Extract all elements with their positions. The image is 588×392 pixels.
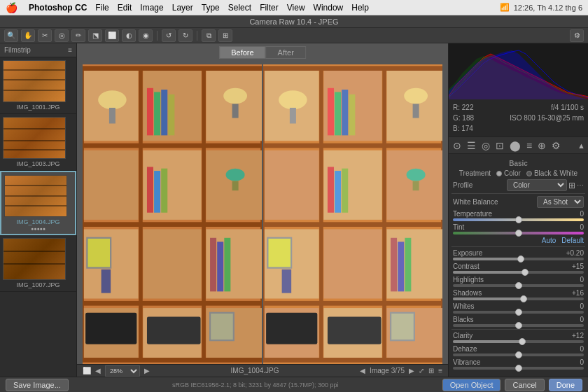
clarity-label: Clarity [453, 332, 472, 340]
dehaze-thumb[interactable] [515, 351, 522, 358]
canvas-area: Before After [77, 43, 448, 377]
menu-view[interactable]: View [287, 3, 305, 13]
menu-window[interactable]: Window [314, 3, 344, 13]
highlights-thumb[interactable] [515, 282, 522, 289]
before-button[interactable]: Before [219, 46, 265, 59]
temperature-thumb[interactable] [515, 216, 522, 223]
exposure-track[interactable] [453, 258, 584, 260]
whites-track[interactable] [453, 311, 584, 314]
menu-type[interactable]: Type [202, 3, 220, 13]
menu-edit[interactable]: Edit [118, 3, 132, 13]
menu-file[interactable]: File [95, 3, 108, 13]
contrast-thumb[interactable] [522, 269, 528, 276]
apple-menu[interactable]: 🍎 [6, 2, 18, 13]
profile-options[interactable]: ⋯ [577, 181, 584, 189]
panel-tool-8[interactable]: ⚙ [550, 140, 562, 151]
menu-layer[interactable]: Layer [172, 3, 193, 13]
tint-track[interactable] [453, 232, 584, 234]
dehaze-track[interactable] [453, 354, 584, 356]
menu-image[interactable]: Image [140, 3, 163, 13]
nav-back[interactable]: ◀ [95, 367, 101, 374]
settings-icon[interactable]: ⚙ [570, 29, 584, 42]
menu-select[interactable]: Select [228, 3, 251, 13]
blacks-track[interactable] [453, 324, 584, 327]
zoom-tool[interactable]: 🔍 [4, 29, 18, 42]
filmstrip-header: Filmstrip ≡ [0, 43, 76, 57]
heal-tool[interactable]: ◎ [55, 29, 69, 42]
nav-prev-image[interactable]: ◀ [360, 367, 365, 374]
menu-help[interactable]: Help [351, 3, 369, 13]
exposure-row: Exposure +0.20 [453, 249, 584, 260]
panel-tool-7[interactable]: ⊕ [536, 140, 547, 151]
svg-rect-5 [83, 144, 262, 148]
default-button[interactable]: Default [561, 237, 584, 244]
grad-tool[interactable]: ◐ [122, 29, 136, 42]
contrast-track[interactable] [453, 271, 584, 274]
radial-tool[interactable]: ◉ [139, 29, 153, 42]
tint-thumb[interactable] [515, 230, 522, 237]
svg-rect-15 [143, 229, 201, 298]
panel-tool-3[interactable]: ◎ [480, 140, 491, 151]
profile-browse[interactable]: ⊞ [568, 181, 575, 190]
rotate-right[interactable]: ↻ [178, 29, 192, 42]
save-image-button[interactable]: Save Image... [6, 379, 69, 391]
zoom-selector[interactable]: 28%50%100% [105, 365, 140, 377]
menu-filter[interactable]: Filter [260, 3, 279, 13]
panel-collapse[interactable]: ▲ [578, 141, 585, 150]
nav-next-image[interactable]: ▶ [409, 367, 414, 374]
app-name[interactable]: Photoshop CC [29, 3, 87, 13]
temperature-track[interactable] [453, 218, 584, 221]
panel-tool-2[interactable]: ☰ [465, 140, 477, 151]
whites-thumb[interactable] [515, 309, 522, 316]
rotate-left[interactable]: ↺ [162, 29, 176, 42]
cancel-button[interactable]: Cancel [505, 379, 544, 391]
filmstrip-item-2[interactable]: IMG_1003.JPG [0, 114, 76, 171]
profile-select[interactable]: Color Adobe Color [507, 179, 567, 191]
shadows-track[interactable] [453, 298, 584, 300]
shadows-thumb[interactable] [520, 295, 527, 302]
hand-tool[interactable]: ✋ [21, 29, 35, 42]
exposure-thumb[interactable] [517, 255, 524, 262]
filmstrip-item-1[interactable]: IMG_1001.JPG [0, 57, 76, 114]
filmstrip-item-3[interactable]: IMG_1004.JPG ●●●●● [0, 171, 76, 235]
wb-select[interactable]: As ShotAutoDaylight [537, 196, 584, 208]
panel-tool-5[interactable]: ⬤ [508, 140, 522, 151]
panel-tool-6[interactable]: ≡ [525, 140, 533, 151]
vibrance-thumb[interactable] [515, 365, 522, 372]
grid-icon[interactable]: ⊞ [428, 367, 434, 374]
contrast-header: Contrast +15 [453, 262, 584, 270]
more-icon[interactable]: ≡ [438, 367, 442, 374]
auto-button[interactable]: Auto [542, 237, 556, 244]
brush-tool[interactable]: ✏ [71, 29, 85, 42]
filmstrip-toggle[interactable]: ≡ [68, 46, 72, 54]
filmstrip-item-4[interactable]: IMG_1007.JPG [0, 235, 76, 292]
rect-tool[interactable]: ⬜ [105, 29, 119, 42]
bw-radio[interactable]: Black & White [526, 169, 578, 177]
profile-row: Profile Color Adobe Color ⊞ ⋯ [453, 179, 584, 191]
color-radio[interactable]: Color [496, 169, 521, 177]
after-button[interactable]: After [266, 46, 306, 59]
clarity-track[interactable] [453, 340, 584, 343]
vibrance-track[interactable] [453, 367, 584, 370]
crop-tool[interactable]: ✂ [38, 29, 52, 42]
bw-dot [526, 171, 532, 176]
highlights-track[interactable] [453, 284, 584, 287]
page-layout-icon[interactable]: ⬜ [83, 367, 91, 374]
view-icon[interactable]: ⊞ [218, 29, 232, 42]
nav-forward[interactable]: ▶ [144, 367, 150, 374]
done-button[interactable]: Done [549, 379, 582, 391]
panel-tool-4[interactable]: ⊡ [494, 140, 505, 151]
panel-tool-1[interactable]: ⊙ [451, 140, 463, 151]
fullscreen-icon[interactable]: ⤢ [419, 367, 424, 374]
vibrance-label: Vibrance [453, 358, 480, 366]
open-object-button[interactable]: Open Object [442, 379, 501, 391]
thumb-shelf-4 [4, 239, 65, 279]
blacks-thumb[interactable] [515, 322, 522, 329]
highlights-row: Highlights 0 [453, 276, 584, 287]
clarity-thumb[interactable] [519, 338, 526, 345]
thumb-label-4: IMG_1007.JPG [3, 281, 74, 288]
before-after-toggle[interactable]: ⧉ [202, 29, 216, 42]
blacks-row: Blacks 0 [453, 316, 584, 327]
patch-tool[interactable]: ⬔ [88, 29, 102, 42]
time-display: 12:26, Th 4.12 thg 6 [514, 4, 582, 12]
